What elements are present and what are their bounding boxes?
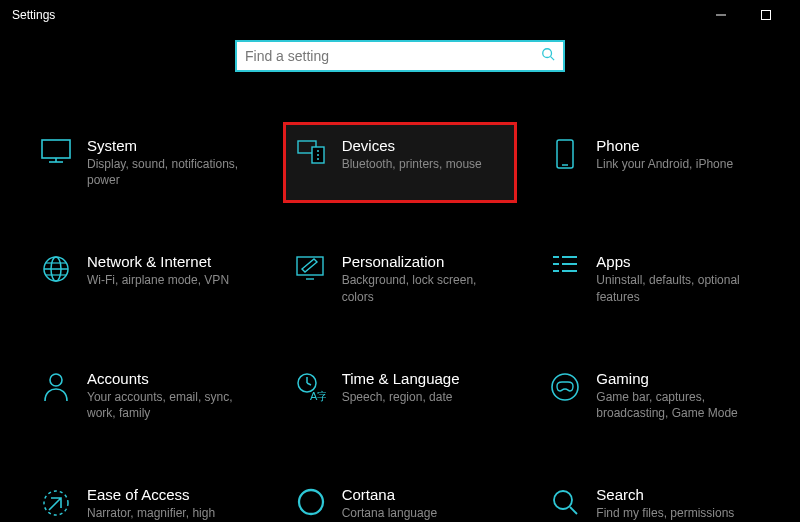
- tile-title: Cortana: [342, 486, 437, 503]
- settings-grid: System Display, sound, notifications, po…: [0, 122, 800, 522]
- svg-line-30: [307, 383, 311, 385]
- search-container: [0, 40, 800, 72]
- svg-rect-12: [557, 140, 573, 168]
- paintbrush-icon: [294, 255, 328, 289]
- tile-desc: Link your Android, iPhone: [596, 156, 733, 172]
- tile-apps[interactable]: Apps Uninstall, defaults, optional featu…: [537, 238, 772, 319]
- svg-text:A字: A字: [310, 390, 326, 402]
- tile-title: Network & Internet: [87, 253, 229, 270]
- svg-rect-25: [562, 263, 577, 265]
- search-input[interactable]: [245, 48, 541, 64]
- svg-point-11: [317, 158, 319, 160]
- ease-of-access-icon: [39, 488, 73, 522]
- tile-title: Gaming: [596, 370, 761, 387]
- tile-desc: Background, lock screen, colors: [342, 272, 507, 304]
- tile-time-language[interactable]: A字 Time & Language Speech, region, date: [283, 355, 518, 436]
- svg-rect-23: [553, 270, 559, 272]
- tile-desc: Your accounts, email, sync, work, family: [87, 389, 252, 421]
- svg-line-36: [570, 507, 577, 514]
- tile-desc: Wi-Fi, airplane mode, VPN: [87, 272, 229, 288]
- tile-desc: Game bar, captures, broadcasting, Game M…: [596, 389, 761, 421]
- svg-rect-22: [553, 263, 559, 265]
- tile-desc: Speech, region, date: [342, 389, 460, 405]
- devices-icon: [294, 139, 328, 173]
- tile-title: Personalization: [342, 253, 507, 270]
- svg-point-27: [50, 374, 62, 386]
- tile-search[interactable]: Search Find my files, permissions: [537, 471, 772, 522]
- svg-rect-19: [297, 257, 323, 275]
- minimize-button[interactable]: [698, 0, 743, 30]
- cortana-icon: [294, 488, 328, 522]
- tile-personalization[interactable]: Personalization Background, lock screen,…: [283, 238, 518, 319]
- svg-rect-26: [562, 270, 577, 272]
- tile-desc: Find my files, permissions: [596, 505, 734, 521]
- time-language-icon: A字: [294, 372, 328, 406]
- tile-desc: Display, sound, notifications, power: [87, 156, 252, 188]
- apps-icon: [548, 255, 582, 289]
- tile-title: Phone: [596, 137, 733, 154]
- tile-desc: Cortana language: [342, 505, 437, 521]
- search-box[interactable]: [235, 40, 565, 72]
- tile-accounts[interactable]: Accounts Your accounts, email, sync, wor…: [28, 355, 263, 436]
- tile-desc: Narrator, magnifier, high contrast: [87, 505, 252, 522]
- gaming-icon: [548, 372, 582, 406]
- svg-rect-1: [761, 11, 770, 20]
- svg-point-2: [543, 49, 552, 58]
- tile-devices[interactable]: Devices Bluetooth, printers, mouse: [283, 122, 518, 203]
- maximize-button[interactable]: [743, 0, 788, 30]
- window-title: Settings: [12, 8, 698, 22]
- tile-desc: Bluetooth, printers, mouse: [342, 156, 482, 172]
- tile-title: Search: [596, 486, 734, 503]
- phone-icon: [548, 139, 582, 173]
- svg-rect-24: [562, 256, 577, 258]
- tile-title: Apps: [596, 253, 761, 270]
- globe-icon: [39, 255, 73, 289]
- tile-gaming[interactable]: Gaming Game bar, captures, broadcasting,…: [537, 355, 772, 436]
- titlebar: Settings: [0, 0, 800, 30]
- tile-title: Ease of Access: [87, 486, 252, 503]
- tile-network[interactable]: Network & Internet Wi-Fi, airplane mode,…: [28, 238, 263, 319]
- svg-line-3: [551, 57, 555, 61]
- tile-title: System: [87, 137, 252, 154]
- svg-point-35: [554, 491, 572, 509]
- tile-cortana[interactable]: Cortana Cortana language: [283, 471, 518, 522]
- tile-title: Devices: [342, 137, 482, 154]
- svg-point-10: [317, 154, 319, 156]
- tile-phone[interactable]: Phone Link your Android, iPhone: [537, 122, 772, 203]
- svg-point-34: [299, 490, 323, 514]
- search-category-icon: [548, 488, 582, 522]
- svg-point-32: [552, 374, 578, 400]
- svg-point-9: [317, 150, 319, 152]
- svg-rect-21: [553, 256, 559, 258]
- system-icon: [39, 139, 73, 173]
- search-icon: [541, 47, 555, 65]
- tile-desc: Uninstall, defaults, optional features: [596, 272, 761, 304]
- tile-system[interactable]: System Display, sound, notifications, po…: [28, 122, 263, 203]
- person-icon: [39, 372, 73, 406]
- tile-ease-of-access[interactable]: Ease of Access Narrator, magnifier, high…: [28, 471, 263, 522]
- tile-title: Accounts: [87, 370, 252, 387]
- tile-title: Time & Language: [342, 370, 460, 387]
- svg-rect-4: [42, 140, 70, 158]
